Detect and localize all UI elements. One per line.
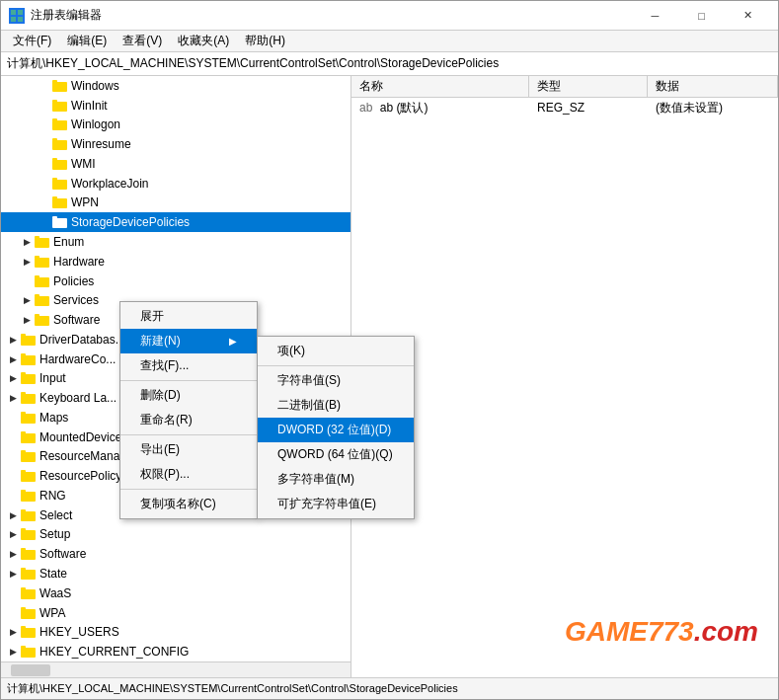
- svg-rect-3: [18, 17, 23, 22]
- ctx-delete[interactable]: 删除(D): [120, 383, 257, 408]
- submenu-item-expandstring[interactable]: 可扩充字符串值(E): [258, 492, 414, 516]
- submenu-item-multistring[interactable]: 多字符串值(M): [258, 467, 414, 492]
- title-bar: 注册表编辑器 ─ □ ✕: [1, 1, 778, 31]
- tree-item-label: WPA: [39, 606, 65, 620]
- maximize-button[interactable]: □: [679, 1, 724, 31]
- ctx-new[interactable]: 新建(N) ▶: [120, 329, 257, 353]
- tree-item-enum[interactable]: ▶ Enum: [1, 232, 351, 252]
- expand-icon[interactable]: ▶: [19, 254, 35, 270]
- ctx-find[interactable]: 查找(F)...: [120, 353, 257, 378]
- tree-scrollbar-h[interactable]: [1, 661, 351, 677]
- ctx-separator1: [120, 380, 257, 381]
- right-panel: 名称 类型 数据 ab ab (默认) REG_SZ: [351, 76, 778, 677]
- svg-rect-28: [35, 294, 39, 297]
- tree-item-wpn[interactable]: WPN: [1, 194, 351, 213]
- expand-icon[interactable]: ▶: [5, 351, 21, 367]
- tree-item-winresume[interactable]: Winresume: [1, 134, 351, 154]
- tree-item-hkeycurrentconfig[interactable]: ▶ HKEY_CURRENT_CONFIG: [1, 642, 351, 661]
- ctx-expand[interactable]: 展开: [120, 304, 257, 329]
- svg-rect-36: [21, 372, 26, 375]
- submenu-item-dword[interactable]: DWORD (32 位值)(D): [258, 418, 414, 442]
- tree-item-setup[interactable]: ▶ Setup: [1, 525, 351, 545]
- registry-editor-window: 注册表编辑器 ─ □ ✕ 文件(F) 编辑(E) 查看(V) 收藏夹(A) 帮助…: [0, 0, 779, 700]
- expand-icon[interactable]: ▶: [5, 526, 21, 542]
- folder-icon: [21, 586, 37, 600]
- tree-item-label: HardwareCo...: [39, 352, 116, 366]
- expand-icon[interactable]: ▶: [5, 390, 21, 406]
- tree-item-waas[interactable]: WaaS: [1, 583, 351, 603]
- tree-item-label: Select: [39, 508, 72, 522]
- svg-rect-42: [21, 431, 26, 434]
- folder-icon: [21, 333, 37, 347]
- col-header-data: 数据: [648, 76, 778, 98]
- tree-item-wmi[interactable]: WMI: [1, 154, 351, 174]
- ab-icon: ab: [359, 101, 372, 115]
- expand-icon[interactable]: ▶: [5, 566, 21, 582]
- expand-icon[interactable]: ▶: [5, 644, 21, 660]
- menu-help[interactable]: 帮助(H): [237, 31, 293, 51]
- submenu-item-key[interactable]: 项(K): [258, 339, 414, 363]
- expand-icon[interactable]: ▶: [5, 332, 21, 348]
- svg-rect-12: [52, 138, 57, 141]
- svg-rect-31: [21, 336, 36, 346]
- menu-favorites[interactable]: 收藏夹(A): [170, 31, 237, 51]
- folder-icon: [35, 255, 50, 269]
- folder-icon: [52, 79, 68, 93]
- ctx-copy-name[interactable]: 复制项名称(C): [120, 492, 257, 516]
- ctx-export[interactable]: 导出(E): [120, 437, 257, 462]
- tree-item-label: HKEY_CURRENT_CONFIG: [39, 645, 189, 659]
- svg-rect-14: [52, 158, 57, 161]
- folder-icon: [21, 352, 37, 366]
- ctx-rename[interactable]: 重命名(R): [120, 408, 257, 432]
- expand-icon[interactable]: ▶: [5, 507, 21, 523]
- expand-icon[interactable]: ▶: [19, 234, 35, 250]
- tree-item-policies[interactable]: Policies: [1, 272, 351, 291]
- main-content: Windows WinInit Winlogon: [1, 76, 778, 677]
- menu-edit[interactable]: 编辑(E): [59, 31, 115, 51]
- svg-rect-48: [21, 490, 26, 493]
- tree-item-label: Setup: [39, 527, 70, 541]
- submenu-item-binary[interactable]: 二进制值(B): [258, 393, 414, 418]
- col-type-label: 类型: [537, 78, 561, 95]
- svg-rect-44: [21, 450, 26, 453]
- folder-icon: [52, 117, 68, 131]
- tree-item-hkeyusers[interactable]: ▶ HKEY_USERS: [1, 622, 351, 642]
- svg-rect-10: [52, 118, 57, 121]
- tree-item-wpa[interactable]: WPA: [1, 603, 351, 623]
- menu-file[interactable]: 文件(F): [5, 31, 59, 51]
- tree-item-storagedevicepolicies[interactable]: StorageDevicePolicies: [1, 212, 351, 232]
- cell-data: (数值未设置): [648, 100, 778, 117]
- svg-rect-23: [35, 258, 49, 268]
- close-button[interactable]: ✕: [726, 1, 770, 31]
- folder-icon: [21, 547, 37, 561]
- context-menu[interactable]: 展开 新建(N) ▶ 查找(F)... 删除(D) 重命名(R): [119, 301, 258, 519]
- data-row[interactable]: ab ab (默认) REG_SZ (数值未设置): [351, 98, 778, 117]
- tree-item-wininit[interactable]: WinInit: [1, 96, 351, 116]
- expand-icon[interactable]: ▶: [5, 624, 21, 640]
- submenu-item-qword[interactable]: QWORD (64 位值)(Q): [258, 442, 414, 467]
- folder-icon: [35, 313, 50, 327]
- tree-item-software2[interactable]: ▶ Software: [1, 544, 351, 564]
- expand-icon[interactable]: ▶: [19, 292, 35, 308]
- expand-icon[interactable]: ▶: [19, 312, 35, 328]
- tree-item-windows[interactable]: Windows: [1, 76, 351, 96]
- value-type: REG_SZ: [537, 101, 584, 115]
- folder-icon: [35, 274, 50, 288]
- folder-icon: [35, 293, 50, 307]
- tree-item-hardware[interactable]: ▶ Hardware: [1, 252, 351, 272]
- submenu-item-string[interactable]: 字符串值(S): [258, 368, 414, 393]
- svg-rect-2: [11, 17, 16, 22]
- tree-item-state[interactable]: ▶ State: [1, 564, 351, 583]
- ctx-permissions[interactable]: 权限(P)...: [120, 462, 257, 487]
- menu-view[interactable]: 查看(V): [115, 31, 170, 51]
- tree-item-workplacejoin[interactable]: WorkplaceJoin: [1, 174, 351, 194]
- folder-icon: [35, 235, 50, 249]
- expand-icon[interactable]: ▶: [5, 370, 21, 386]
- tree-item-winlogon[interactable]: Winlogon: [1, 116, 351, 135]
- expand-icon[interactable]: ▶: [5, 546, 21, 562]
- svg-rect-6: [52, 80, 57, 83]
- svg-rect-49: [21, 511, 36, 521]
- tree-item-label: WaaS: [39, 586, 71, 600]
- minimize-button[interactable]: ─: [633, 1, 677, 31]
- folder-icon: [21, 391, 37, 405]
